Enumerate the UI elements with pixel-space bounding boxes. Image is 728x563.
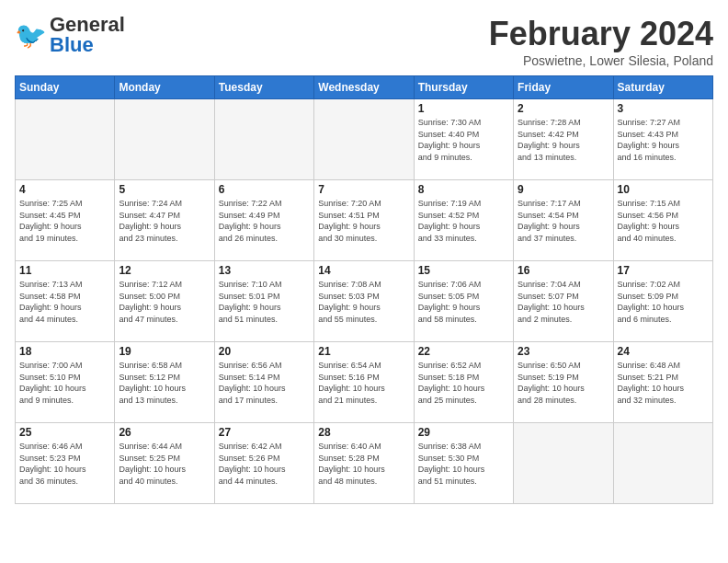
day-number: 1 [418, 102, 509, 115]
day-info: Sunrise: 7:30 AM Sunset: 4:40 PM Dayligh… [418, 117, 509, 163]
day-number: 18 [19, 345, 110, 358]
svg-text:🐦: 🐦 [15, 20, 47, 51]
calendar-cell: 5Sunrise: 7:24 AM Sunset: 4:47 PM Daylig… [115, 180, 214, 261]
day-info: Sunrise: 6:52 AM Sunset: 5:18 PM Dayligh… [418, 360, 509, 406]
day-info: Sunrise: 6:42 AM Sunset: 5:26 PM Dayligh… [219, 441, 310, 487]
day-info: Sunrise: 6:48 AM Sunset: 5:21 PM Dayligh… [618, 360, 709, 406]
day-info: Sunrise: 6:58 AM Sunset: 5:12 PM Dayligh… [119, 360, 210, 406]
calendar-cell: 20Sunrise: 6:56 AM Sunset: 5:14 PM Dayli… [214, 342, 313, 423]
day-number: 19 [119, 345, 210, 358]
day-number: 7 [318, 183, 409, 196]
calendar-table: SundayMondayTuesdayWednesdayThursdayFrid… [15, 75, 713, 504]
day-number: 27 [219, 426, 310, 439]
day-info: Sunrise: 6:54 AM Sunset: 5:16 PM Dayligh… [318, 360, 409, 406]
day-number: 6 [219, 183, 310, 196]
day-number: 9 [518, 183, 609, 196]
logo-icon: 🐦 [15, 18, 48, 52]
week-row: 18Sunrise: 7:00 AM Sunset: 5:10 PM Dayli… [16, 342, 713, 423]
day-number: 5 [119, 183, 210, 196]
day-number: 14 [318, 264, 409, 277]
day-info: Sunrise: 6:40 AM Sunset: 5:28 PM Dayligh… [318, 441, 409, 487]
day-number: 25 [19, 426, 110, 439]
calendar-cell: 25Sunrise: 6:46 AM Sunset: 5:23 PM Dayli… [16, 423, 115, 504]
calendar-cell: 26Sunrise: 6:44 AM Sunset: 5:25 PM Dayli… [115, 423, 214, 504]
day-info: Sunrise: 7:24 AM Sunset: 4:47 PM Dayligh… [119, 198, 210, 244]
calendar-cell: 10Sunrise: 7:15 AM Sunset: 4:56 PM Dayli… [613, 180, 712, 261]
day-info: Sunrise: 7:10 AM Sunset: 5:01 PM Dayligh… [219, 279, 310, 325]
day-number: 22 [418, 345, 509, 358]
calendar-cell: 8Sunrise: 7:19 AM Sunset: 4:52 PM Daylig… [414, 180, 513, 261]
day-info: Sunrise: 7:25 AM Sunset: 4:45 PM Dayligh… [19, 198, 110, 244]
week-row: 25Sunrise: 6:46 AM Sunset: 5:23 PM Dayli… [16, 423, 713, 504]
day-number: 4 [19, 183, 110, 196]
day-info: Sunrise: 7:15 AM Sunset: 4:56 PM Dayligh… [618, 198, 709, 244]
day-number: 13 [219, 264, 310, 277]
day-info: Sunrise: 7:17 AM Sunset: 4:54 PM Dayligh… [518, 198, 609, 244]
weekday-header: Wednesday [314, 76, 414, 99]
weekday-header-row: SundayMondayTuesdayWednesdayThursdayFrid… [16, 76, 713, 99]
weekday-header: Sunday [16, 76, 115, 99]
day-info: Sunrise: 7:20 AM Sunset: 4:51 PM Dayligh… [318, 198, 409, 244]
day-info: Sunrise: 6:38 AM Sunset: 5:30 PM Dayligh… [418, 441, 509, 487]
calendar-cell: 16Sunrise: 7:04 AM Sunset: 5:07 PM Dayli… [514, 261, 613, 342]
day-info: Sunrise: 7:27 AM Sunset: 4:43 PM Dayligh… [618, 117, 709, 163]
calendar-cell [613, 423, 712, 504]
logo-text: GeneralBlue [50, 15, 125, 55]
day-number: 8 [418, 183, 509, 196]
calendar-cell: 23Sunrise: 6:50 AM Sunset: 5:19 PM Dayli… [514, 342, 613, 423]
calendar-cell: 4Sunrise: 7:25 AM Sunset: 4:45 PM Daylig… [16, 180, 115, 261]
calendar-cell: 6Sunrise: 7:22 AM Sunset: 4:49 PM Daylig… [214, 180, 313, 261]
day-info: Sunrise: 7:06 AM Sunset: 5:05 PM Dayligh… [418, 279, 509, 325]
calendar-cell: 14Sunrise: 7:08 AM Sunset: 5:03 PM Dayli… [314, 261, 414, 342]
day-number: 21 [318, 345, 409, 358]
weekday-header: Tuesday [214, 76, 313, 99]
calendar-cell: 3Sunrise: 7:27 AM Sunset: 4:43 PM Daylig… [613, 99, 712, 180]
calendar-cell [115, 99, 214, 180]
calendar-cell: 15Sunrise: 7:06 AM Sunset: 5:05 PM Dayli… [414, 261, 513, 342]
calendar-cell: 18Sunrise: 7:00 AM Sunset: 5:10 PM Dayli… [16, 342, 115, 423]
day-number: 2 [518, 102, 609, 115]
calendar-cell: 27Sunrise: 6:42 AM Sunset: 5:26 PM Dayli… [214, 423, 313, 504]
calendar-cell: 21Sunrise: 6:54 AM Sunset: 5:16 PM Dayli… [314, 342, 414, 423]
page-header: 🐦 GeneralBlue February 2024 Poswietne, L… [15, 15, 713, 68]
week-row: 4Sunrise: 7:25 AM Sunset: 4:45 PM Daylig… [16, 180, 713, 261]
calendar-cell: 11Sunrise: 7:13 AM Sunset: 4:58 PM Dayli… [16, 261, 115, 342]
day-number: 23 [518, 345, 609, 358]
calendar-cell: 28Sunrise: 6:40 AM Sunset: 5:28 PM Dayli… [314, 423, 414, 504]
weekday-header: Monday [115, 76, 214, 99]
calendar-cell: 24Sunrise: 6:48 AM Sunset: 5:21 PM Dayli… [613, 342, 712, 423]
week-row: 1Sunrise: 7:30 AM Sunset: 4:40 PM Daylig… [16, 99, 713, 180]
day-info: Sunrise: 7:28 AM Sunset: 4:42 PM Dayligh… [518, 117, 609, 163]
calendar-cell [16, 99, 115, 180]
day-number: 17 [618, 264, 709, 277]
day-info: Sunrise: 7:02 AM Sunset: 5:09 PM Dayligh… [618, 279, 709, 325]
calendar-cell: 22Sunrise: 6:52 AM Sunset: 5:18 PM Dayli… [414, 342, 513, 423]
day-number: 29 [418, 426, 509, 439]
weekday-header: Saturday [613, 76, 712, 99]
day-number: 24 [618, 345, 709, 358]
day-info: Sunrise: 6:44 AM Sunset: 5:25 PM Dayligh… [119, 441, 210, 487]
month-title: February 2024 [489, 15, 713, 53]
day-number: 3 [618, 102, 709, 115]
day-info: Sunrise: 6:46 AM Sunset: 5:23 PM Dayligh… [19, 441, 110, 487]
day-info: Sunrise: 7:12 AM Sunset: 5:00 PM Dayligh… [119, 279, 210, 325]
calendar-cell: 1Sunrise: 7:30 AM Sunset: 4:40 PM Daylig… [414, 99, 513, 180]
week-row: 11Sunrise: 7:13 AM Sunset: 4:58 PM Dayli… [16, 261, 713, 342]
day-number: 26 [119, 426, 210, 439]
logo: 🐦 GeneralBlue [15, 15, 125, 55]
calendar-cell: 12Sunrise: 7:12 AM Sunset: 5:00 PM Dayli… [115, 261, 214, 342]
day-info: Sunrise: 7:19 AM Sunset: 4:52 PM Dayligh… [418, 198, 509, 244]
day-number: 16 [518, 264, 609, 277]
calendar-cell [214, 99, 313, 180]
day-info: Sunrise: 7:13 AM Sunset: 4:58 PM Dayligh… [19, 279, 110, 325]
day-number: 15 [418, 264, 509, 277]
location-subtitle: Poswietne, Lower Silesia, Poland [489, 53, 713, 68]
calendar-cell: 17Sunrise: 7:02 AM Sunset: 5:09 PM Dayli… [613, 261, 712, 342]
weekday-header: Thursday [414, 76, 513, 99]
day-info: Sunrise: 7:22 AM Sunset: 4:49 PM Dayligh… [219, 198, 310, 244]
title-area: February 2024 Poswietne, Lower Silesia, … [489, 15, 713, 68]
day-number: 11 [19, 264, 110, 277]
calendar-cell: 29Sunrise: 6:38 AM Sunset: 5:30 PM Dayli… [414, 423, 513, 504]
day-info: Sunrise: 7:04 AM Sunset: 5:07 PM Dayligh… [518, 279, 609, 325]
calendar-cell: 2Sunrise: 7:28 AM Sunset: 4:42 PM Daylig… [514, 99, 613, 180]
